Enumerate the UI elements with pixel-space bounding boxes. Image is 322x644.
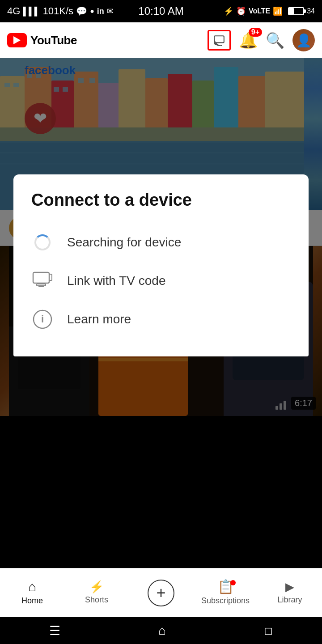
searching-label: Searching for device [67, 235, 181, 250]
searching-device-item[interactable]: Searching for device [31, 223, 291, 262]
whatsapp-icon: 💬 [76, 6, 87, 17]
alarm-icon: ⏰ [236, 6, 246, 16]
cast-icon [212, 34, 226, 46]
shorts-icon: ⚡ [89, 581, 104, 593]
notification-badge: 9+ [249, 28, 262, 37]
header-actions: 🔔 9+ 🔍 👤 [208, 29, 315, 51]
search-icon: 🔍 [266, 32, 284, 49]
modal-title: Connect to a device [31, 191, 291, 210]
android-back-btn[interactable]: ◻ [264, 624, 273, 637]
subscriptions-icon-wrapper: 📋 [217, 580, 234, 593]
svg-text:i: i [41, 314, 44, 325]
create-button[interactable]: + [148, 580, 174, 606]
bluetooth-icon: ⚡ [224, 6, 233, 16]
tv-code-item[interactable]: Link with TV code [31, 262, 291, 300]
shorts-label: Shorts [85, 595, 108, 605]
svg-rect-49 [37, 284, 46, 286]
connect-device-modal: Connect to a device Searching for device [13, 174, 309, 356]
battery-icon [288, 7, 304, 15]
svg-rect-48 [33, 272, 49, 283]
svg-rect-0 [214, 36, 224, 42]
subscriptions-label: Subscriptions [201, 596, 250, 606]
nav-library[interactable]: ▶ Library [258, 581, 322, 605]
android-home-btn[interactable]: ⌂ [158, 623, 166, 638]
wifi-icon: 📶 [273, 6, 283, 16]
nav-home[interactable]: ⌂ Home [0, 580, 64, 606]
main-content: facebook ❤ Colorful harbor view ⋮ [0, 58, 322, 595]
status-left: 4G ▌▌▌ 101K/s 💬 ● in ✉ [7, 5, 114, 17]
network-type: 4G [7, 5, 20, 17]
svg-rect-51 [49, 274, 52, 280]
android-nav-bar: ☰ ⌂ ◻ [0, 617, 322, 644]
signal-bars: ▌▌▌ [23, 7, 40, 16]
modal-overlay: Connect to a device Searching for device [0, 58, 322, 595]
email-icon: ✉ [107, 6, 114, 16]
circle-icon: ● [90, 7, 94, 15]
learn-more-item[interactable]: i Learn more [31, 300, 291, 339]
status-right: ⚡ ⏰ VoLTE 📶 34 [224, 6, 315, 16]
battery-percent: 34 [307, 7, 315, 15]
youtube-logo-text: YouTube [30, 34, 77, 47]
avatar-image: 👤 [292, 29, 315, 51]
nav-shorts[interactable]: ⚡ Shorts [64, 581, 129, 605]
home-icon: ⌂ [28, 580, 36, 593]
youtube-logo-icon [7, 33, 27, 47]
android-menu-btn[interactable]: ☰ [49, 623, 60, 638]
notification-button[interactable]: 🔔 9+ [239, 31, 258, 49]
volte-icon: VoLTE [249, 7, 270, 15]
nav-subscriptions[interactable]: 📋 Subscriptions [193, 580, 258, 606]
status-time: 10:10 AM [138, 5, 183, 17]
bottom-navigation: ⌂ Home ⚡ Shorts + 📋 Subscriptions ▶ Libr… [0, 568, 322, 617]
plus-icon: + [156, 584, 165, 602]
tv-code-label: Link with TV code [67, 274, 166, 288]
library-label: Library [277, 595, 302, 605]
subscriptions-icon: 📋 [217, 579, 234, 594]
profile-avatar[interactable]: 👤 [292, 29, 315, 51]
status-bar: 4G ▌▌▌ 101K/s 💬 ● in ✉ 10:10 AM ⚡ ⏰ VoLT… [0, 0, 322, 22]
youtube-header: YouTube 🔔 9+ 🔍 👤 [0, 22, 322, 58]
tv-icon [31, 270, 54, 292]
home-label: Home [21, 596, 43, 606]
network-speed: 101K/s [43, 5, 74, 17]
battery-fill [289, 8, 294, 14]
search-button[interactable]: 🔍 [266, 31, 284, 49]
svg-rect-50 [38, 286, 44, 287]
library-icon: ▶ [285, 581, 294, 593]
youtube-logo[interactable]: YouTube [7, 33, 77, 47]
info-icon: i [31, 308, 54, 330]
spinner [34, 234, 51, 250]
learn-more-label: Learn more [67, 312, 131, 326]
searching-spinner-icon [31, 231, 54, 254]
linkedin-icon: in [97, 7, 104, 16]
nav-create[interactable]: + [129, 580, 193, 606]
cast-button[interactable] [208, 30, 231, 51]
